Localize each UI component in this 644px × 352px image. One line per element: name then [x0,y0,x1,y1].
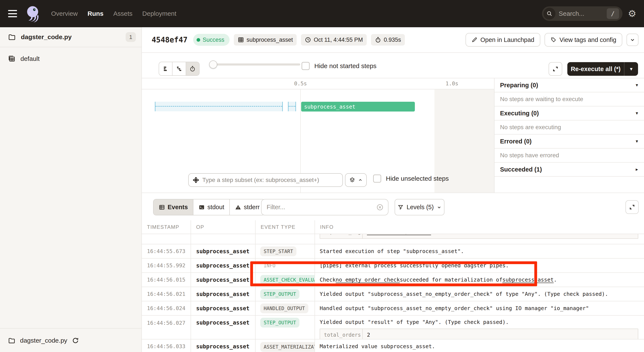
gantt-toolbar: Hide not started steps Re-execute all (*… [142,53,644,78]
section-title: Errored (0) [500,138,636,145]
tab-stderr[interactable]: stderr [230,199,265,215]
log-op: subprocess_asset [191,316,256,339]
run-status-label: Success [203,37,224,43]
gantt-step-bar[interactable]: subprocess_asset [301,102,415,111]
section-preparing-header[interactable]: Preparing (0) ▾ [494,78,644,92]
gantt-waiting-segment-short [288,102,296,111]
gantt-zoom-slider[interactable] [210,63,300,65]
gantt-chart: subprocess_asset Hide unselected steps [142,89,494,193]
log-row[interactable]: 16:44:55.673 subprocess_asset STEP_START… [142,244,644,259]
gantt-step-bar-label: subprocess_asset [304,104,356,110]
section-succeeded-header[interactable]: Succeeded (1) ▸ [494,163,644,177]
run-time-value: Oct 11, 4:44:55 PM [314,37,363,43]
run-asset-tag[interactable]: subprocess_asset [234,34,297,45]
view-tags-config-button[interactable]: View tags and config [544,33,622,47]
section-executing-header[interactable]: Executing (0) ▾ [494,106,644,120]
log-row[interactable]: 16:44:56.015 subprocess_asset ASSET_CHEC… [142,273,644,287]
hide-not-started-checkbox[interactable] [302,62,310,70]
log-timestamp: 16:44:55.992 [142,259,191,272]
nav-item-assets[interactable]: Assets [113,10,132,17]
view-mode-timed-button[interactable] [186,62,199,75]
event-type-badge: ASSET_CHECK_EVALUA… [260,275,315,285]
log-table-header: TIMESTAMP OP EVENT TYPE INFO [142,220,644,234]
asset-check-link[interactable]: no_empty_order_check [336,277,400,283]
log-op: subprocess_asset [191,273,256,287]
view-mode-waterfall-button[interactable] [172,62,186,75]
tab-events[interactable]: Events [154,199,193,215]
open-in-launchpad-button[interactable]: Open in Launchpad [466,33,540,47]
step-subset-input[interactable] [202,177,334,183]
folder-icon [8,33,16,41]
sidebar-footer-code-location[interactable]: dagster_code.py [0,329,142,352]
global-search[interactable]: / [542,6,622,21]
run-time-tag: Oct 11, 4:44:55 PM [301,34,367,45]
info-text: Yielded output "result" of type "Any". (… [320,319,509,325]
run-header-more-button[interactable] [626,34,638,46]
log-row[interactable]: 16:44:56.027 subprocess_asset STEP_OUTPU… [142,316,644,340]
settings-gear-icon[interactable]: ⚙ [628,9,636,18]
hide-unselected-label: Hide unselected steps [386,175,449,182]
reload-icon[interactable] [72,337,79,344]
log-op: subprocess_asset [191,287,256,301]
gantt-waiting-segment [155,102,283,111]
log-row[interactable]: 16:44:56.024 subprocess_asset HANDLED_OU… [142,301,644,316]
log-row[interactable]: 16:44:55.992 subprocess_asset INFO [pipe… [142,259,644,273]
waterfall-view-icon [176,65,182,72]
captured-logs-link[interactable]: View stdout / stderr [363,234,431,238]
timeline-tick-0-5s: 0.5s [294,80,307,87]
chevron-down-icon [630,37,635,42]
log-op: subprocess_asset [191,259,256,272]
left-sidebar: dagster_code.py 1 default dagster_code.p… [0,27,142,352]
log-info: [pipes] external process successfully op… [315,259,644,272]
slider-thumb[interactable] [209,60,217,68]
reexecute-all-button[interactable]: Re-execute all (*) ▾ [567,62,638,76]
hamburger-menu-icon[interactable] [8,10,17,17]
stopwatch-icon [375,37,381,43]
log-info: Started execution of step "subprocess_as… [315,244,644,258]
sidebar-footer-divider [0,328,142,329]
hide-unselected-checkbox[interactable] [373,175,381,183]
col-event-type: EVENT TYPE [256,220,315,234]
nav-item-overview[interactable]: Overview [51,10,78,17]
log-timestamp: 16:44:56.033 [142,340,191,352]
log-view-tabs: Events stdout stderr [153,199,265,215]
clear-filter-icon[interactable] [376,203,384,211]
expand-icon [629,204,635,210]
group-name: default [20,55,40,62]
section-errored-header[interactable]: Errored (0) ▾ [494,134,644,149]
graph-options-button[interactable] [345,173,367,187]
nav-item-deployment[interactable]: Deployment [142,10,176,17]
op-selector-icon [192,177,199,183]
logs-fullscreen-button[interactable] [626,200,639,214]
tab-events-label: Events [168,204,188,211]
view-tags-config-label: View tags and config [560,36,616,43]
log-row[interactable]: 16:44:56.021 subprocess_asset STEP_OUTPU… [142,287,644,301]
tab-stdout[interactable]: stdout [193,199,230,215]
stopwatch-icon [189,65,196,72]
primary-nav: Overview Runs Assets Deployment [51,10,176,17]
empty-state-text: No steps have errored [500,152,559,159]
reexecute-dropdown-toggle[interactable]: ▾ [624,62,638,76]
empty-state-text: No steps are executing [500,124,561,131]
gantt-fullscreen-button[interactable] [548,62,562,76]
log-row-partial: captured_logs View stdout / stderr [142,234,644,244]
log-timestamp: 16:44:56.015 [142,273,191,287]
asset-link[interactable]: subprocess_asset [502,277,554,283]
nav-item-runs[interactable]: Runs [88,10,104,17]
view-mode-flat-button[interactable] [159,62,172,75]
triangle-down-icon: ▾ [636,82,638,88]
log-timestamp: 16:44:56.027 [142,316,191,339]
run-id: 4548ef47 [152,35,188,44]
log-row[interactable]: 16:44:56.033 subprocess_asset ASSET_MATE… [142,340,644,352]
levels-dropdown-button[interactable]: Levels (5) [394,199,444,215]
log-filter-input[interactable] [267,204,376,211]
dagster-logo-icon[interactable] [24,4,42,23]
expand-icon [552,66,558,72]
search-input[interactable] [559,10,602,17]
metadata-key: captured_logs [320,234,363,238]
sidebar-code-location[interactable]: dagster_code.py 1 [0,27,142,47]
section-title: Preparing (0) [500,82,636,89]
step-state-panel: Preparing (0) ▾ No steps are waiting to … [494,78,644,193]
sidebar-item-default-group[interactable]: default [0,52,142,65]
col-timestamp: TIMESTAMP [142,220,191,234]
